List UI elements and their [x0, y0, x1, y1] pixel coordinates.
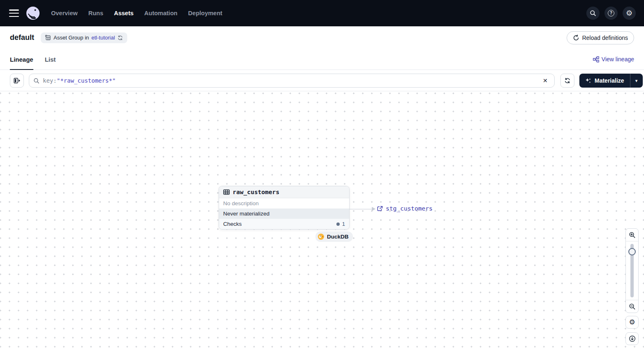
main-nav: Overview Runs Assets Automation Deployme… [51, 10, 222, 16]
dagster-logo-icon[interactable] [26, 6, 40, 21]
reload-icon [573, 35, 579, 41]
duckdb-icon [317, 233, 324, 240]
asset-group-badge: Asset Group in etl-tutorial [41, 32, 127, 43]
nav-utility-icons: ? ⚙ [586, 7, 636, 20]
clear-filter-icon[interactable]: ✕ [540, 76, 550, 85]
graph-settings-button[interactable]: ⚙ [625, 316, 639, 329]
filter-key-label: key: [43, 77, 57, 84]
zoom-control-panel [625, 228, 639, 313]
table-icon [223, 189, 230, 195]
filter-search-icon [33, 78, 40, 84]
lineage-edge-arrowhead-icon [372, 207, 376, 211]
nav-item-automation[interactable]: Automation [144, 10, 177, 16]
open-sidebar-panel-button[interactable] [10, 74, 24, 88]
lineage-graph-icon [593, 56, 599, 63]
asset-node-raw-customers[interactable]: raw_customers No description Never mater… [219, 186, 350, 229]
asset-description-row: No description [219, 198, 349, 209]
settings-icon[interactable]: ⚙ [623, 7, 636, 20]
zoom-slider-knob[interactable] [628, 248, 636, 255]
reload-definitions-button[interactable]: Reload definitions [567, 31, 634, 44]
sync-status-icon[interactable] [117, 35, 123, 41]
nav-item-overview[interactable]: Overview [51, 10, 78, 16]
checks-count: 1 [342, 221, 345, 227]
nav-item-assets[interactable]: Assets [114, 10, 134, 16]
asset-status-row: Never materialized [219, 209, 349, 219]
page-title: default [10, 33, 34, 42]
tab-lineage[interactable]: Lineage [10, 49, 33, 70]
tab-bar: Lineage List View lineage [0, 49, 644, 70]
check-status-dot-icon [336, 223, 340, 226]
refresh-graph-button[interactable] [560, 74, 574, 88]
lineage-edge [350, 209, 373, 209]
nav-item-runs[interactable]: Runs [89, 10, 103, 16]
zoom-out-icon[interactable] [626, 300, 638, 313]
zoom-slider[interactable] [626, 241, 638, 300]
materialize-dropdown-caret[interactable]: ▾ [630, 74, 643, 88]
asset-group-icon [45, 35, 51, 41]
materialize-button[interactable]: Materialize [579, 74, 630, 88]
graph-settings-gear-icon: ⚙ [629, 319, 635, 326]
recenter-view-button[interactable] [625, 332, 639, 345]
asset-name: raw_customers [233, 189, 280, 195]
asset-node-header[interactable]: raw_customers [219, 186, 349, 198]
asset-checks-row[interactable]: Checks 1 [219, 219, 349, 229]
help-icon[interactable]: ? [604, 7, 618, 20]
top-navbar: Overview Runs Assets Automation Deployme… [0, 0, 644, 26]
materialize-split-button: Materialize ▾ [579, 74, 643, 88]
view-lineage-link[interactable]: View lineage [593, 56, 634, 63]
asset-group-label: Asset Group in [54, 35, 89, 41]
code-location-link[interactable]: etl-tutorial [91, 35, 115, 41]
zoom-in-icon[interactable] [626, 229, 638, 241]
search-icon[interactable] [586, 7, 600, 20]
nav-item-deployment[interactable]: Deployment [188, 10, 222, 16]
tab-list[interactable]: List [45, 49, 56, 70]
filter-toolbar: key: "*raw_customers*" ✕ Materialize ▾ [0, 70, 644, 91]
lineage-canvas[interactable]: raw_customers No description Never mater… [0, 91, 644, 350]
kind-badge-duckdb[interactable]: DuckDB [315, 232, 353, 242]
menu-icon[interactable] [9, 9, 19, 17]
external-link-icon [377, 206, 383, 212]
filter-key-value: "*raw_customers*" [57, 77, 116, 84]
page-header: default Asset Group in etl-tutorial [0, 26, 644, 49]
sparkle-icon [585, 78, 591, 84]
downstream-asset-stg-customers[interactable]: stg_customers [377, 205, 433, 212]
asset-filter-input[interactable]: key: "*raw_customers*" ✕ [29, 74, 555, 88]
